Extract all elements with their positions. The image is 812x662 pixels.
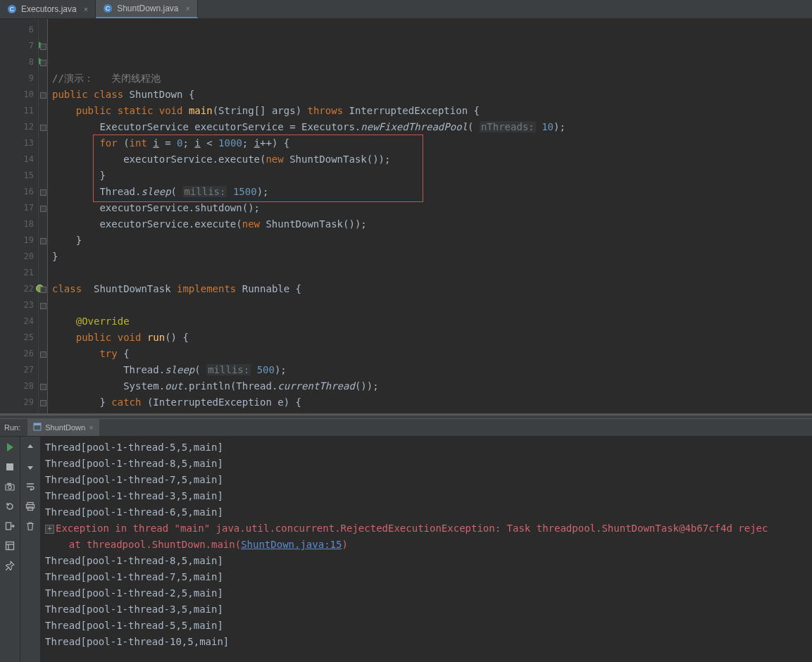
console-line[interactable]: Thread[pool-1-thread-6,5,main] xyxy=(45,504,812,520)
console-line[interactable]: Thread[pool-1-thread-8,5,main] xyxy=(45,553,812,569)
code-line[interactable]: } xyxy=(52,232,812,249)
code-line[interactable]: System.out.println(Thread.currentThread(… xyxy=(52,378,812,394)
code-line[interactable]: e.printStackTrace(); xyxy=(52,411,812,413)
line-number-gutter: 6789101112131415161718192021222324252627… xyxy=(0,19,39,413)
fold-toggle[interactable] xyxy=(39,346,47,362)
console-line[interactable]: +Exception in thread "main" java.util.co… xyxy=(45,520,812,537)
stop-icon[interactable] xyxy=(4,461,16,473)
code-line[interactable]: } catch (InterruptedException e) { xyxy=(52,394,812,411)
fold-toggle[interactable] xyxy=(39,281,47,297)
fold-toggle[interactable] xyxy=(39,184,47,200)
console-line[interactable]: Thread[pool-1-thread-7,5,main] xyxy=(45,472,812,488)
code-line[interactable]: executorService.shutdown(); xyxy=(52,200,812,216)
editor-tab-bar: CExecutors.java×CShuntDown.java× xyxy=(0,0,812,19)
rerun-icon[interactable] xyxy=(4,500,16,513)
console-line[interactable]: Thread[pool-1-thread-7,5,main] xyxy=(45,569,812,585)
code-line[interactable]: class ShuntDownTask implements Runnable … xyxy=(52,281,812,297)
close-icon[interactable]: × xyxy=(81,5,88,13)
fold-toggle[interactable] xyxy=(39,54,47,70)
console-line[interactable]: Thread[pool-1-thread-3,5,main] xyxy=(45,601,812,618)
run-config-tab[interactable]: ShuntDown × xyxy=(27,419,99,436)
code-line[interactable]: for (int i = 0; i < 1000; i++) { xyxy=(52,135,812,151)
code-line[interactable] xyxy=(52,265,812,281)
code-line[interactable]: } xyxy=(52,249,812,265)
fold-toggle xyxy=(39,313,47,330)
code-line[interactable]: Thread.sleep( millis: 500); xyxy=(52,362,812,378)
fold-toggle xyxy=(39,22,47,38)
fold-toggle xyxy=(39,362,47,378)
run-panel-body: Thread[pool-1-thread-5,5,main]Thread[poo… xyxy=(0,437,812,662)
svg-rect-9 xyxy=(6,523,11,530)
run-label: Run: xyxy=(4,423,20,432)
fold-toggle[interactable] xyxy=(39,119,47,135)
code-line[interactable]: //演示： 关闭线程池 xyxy=(52,70,812,87)
fold-toggle xyxy=(39,265,47,281)
print-icon[interactable] xyxy=(24,500,37,513)
console-line[interactable]: Thread[pool-1-thread-8,5,main] xyxy=(45,456,812,472)
fold-toggle xyxy=(39,168,47,184)
code-line[interactable]: executorService.execute(new ShuntDownTas… xyxy=(52,216,812,232)
fold-toggle[interactable] xyxy=(39,232,47,249)
close-icon[interactable]: × xyxy=(89,423,93,432)
exit-icon[interactable] xyxy=(4,520,16,532)
fold-toggle xyxy=(39,103,47,119)
svg-rect-8 xyxy=(8,483,11,485)
tab-label: ShuntDown.java xyxy=(117,4,178,13)
editor-tab[interactable]: CShuntDown.java× xyxy=(96,0,198,18)
fold-toggle[interactable] xyxy=(39,38,47,54)
code-line[interactable]: Thread.sleep( millis: 1500); xyxy=(52,184,812,200)
editor-tab[interactable]: CExecutors.java× xyxy=(0,0,96,18)
fold-toggle xyxy=(39,70,47,87)
code-line[interactable]: } xyxy=(52,168,812,184)
svg-rect-5 xyxy=(34,423,41,425)
code-line[interactable]: try { xyxy=(52,346,812,362)
code-line[interactable]: executorService.execute(new ShuntDownTas… xyxy=(52,151,812,168)
run-toolbar-primary xyxy=(0,437,20,662)
fold-gutter xyxy=(39,19,48,413)
code-content[interactable]: //演示： 关闭线程池public class ShuntDown { publ… xyxy=(48,19,812,413)
fold-toggle xyxy=(39,135,47,151)
java-class-icon: C xyxy=(103,4,113,13)
code-line[interactable]: @Override xyxy=(52,313,812,330)
editor-area: 6789101112131415161718192021222324252627… xyxy=(0,19,812,415)
console-line[interactable]: at threadpool.ShuntDown.main(ShuntDown.j… xyxy=(45,537,812,553)
fold-toggle[interactable] xyxy=(39,200,47,216)
fold-toggle[interactable] xyxy=(39,378,47,394)
svg-point-7 xyxy=(8,486,12,489)
fold-toggle xyxy=(39,330,47,346)
fold-toggle xyxy=(39,249,47,265)
java-class-icon: C xyxy=(7,4,17,14)
fold-toggle xyxy=(39,216,47,232)
code-line[interactable]: public class ShuntDown { xyxy=(52,87,812,103)
wrap-icon[interactable] xyxy=(24,480,37,493)
svg-rect-10 xyxy=(6,542,14,550)
console-line[interactable]: Thread[pool-1-thread-10,5,main] xyxy=(45,634,812,650)
fold-toggle[interactable] xyxy=(39,297,47,313)
fold-toggle[interactable] xyxy=(39,394,47,411)
pin-icon[interactable] xyxy=(4,559,16,572)
run-tab-label: ShuntDown xyxy=(45,423,85,432)
console-line[interactable]: Thread[pool-1-thread-5,5,main] xyxy=(45,618,812,634)
close-icon[interactable]: × xyxy=(183,4,190,13)
code-line[interactable]: public static void main(String[] args) t… xyxy=(52,103,812,119)
play-icon[interactable] xyxy=(4,441,16,454)
console-line[interactable]: Thread[pool-1-thread-2,5,main] xyxy=(45,585,812,601)
tab-label: Executors.java xyxy=(21,4,77,14)
code-line[interactable]: public void run() { xyxy=(52,330,812,346)
code-line[interactable] xyxy=(52,297,812,313)
fold-toggle[interactable] xyxy=(39,87,47,103)
console-line[interactable]: Thread[pool-1-thread-5,5,main] xyxy=(45,439,812,456)
trash-icon[interactable] xyxy=(24,520,37,532)
run-toolbar-secondary xyxy=(20,437,41,662)
console-output[interactable]: Thread[pool-1-thread-5,5,main]Thread[poo… xyxy=(41,437,812,662)
console-line[interactable]: Thread[pool-1-thread-3,5,main] xyxy=(45,488,812,504)
svg-rect-15 xyxy=(28,507,33,511)
run-panel: Run: ShuntDown × Thread[pool-1-thread-5,… xyxy=(0,418,812,662)
camera-icon[interactable] xyxy=(4,480,16,493)
up-icon[interactable] xyxy=(24,441,37,454)
run-panel-header: Run: ShuntDown × xyxy=(0,418,812,437)
down-icon[interactable] xyxy=(24,461,37,473)
layout-icon[interactable] xyxy=(4,539,16,552)
code-line[interactable]: ExecutorService executorService = Execut… xyxy=(52,119,812,135)
svg-text:C: C xyxy=(10,6,15,13)
